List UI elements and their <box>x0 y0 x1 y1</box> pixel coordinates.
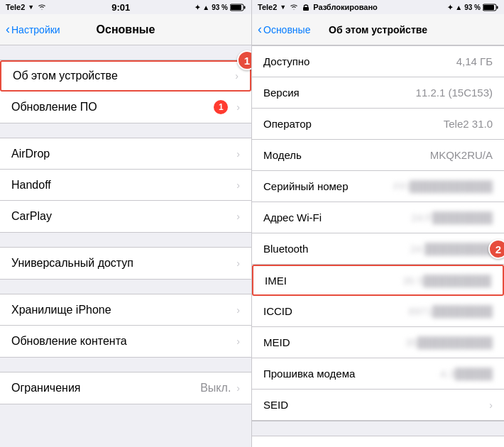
meid-label: MEID <box>263 336 405 348</box>
handoff-label: Handoff <box>11 179 234 192</box>
carrier-label: Оператор <box>263 118 444 130</box>
airdrop-label: AirDrop <box>11 148 234 160</box>
wifi-label: Адрес Wi-Fi <box>263 211 411 224</box>
about-device-chevron: › <box>235 70 239 82</box>
storage-label: Хранилище iPhone <box>11 304 234 316</box>
right-nav-title: Об этом устройстве <box>329 24 427 35</box>
handoff-cell[interactable]: Handoff › <box>0 170 251 201</box>
modem-cell: Прошивка модема 4.3█████ <box>252 358 504 390</box>
available-cell: Доступно 4,14 ГБ <box>252 46 504 77</box>
left-battery-pct: 93 % <box>212 4 228 11</box>
carplay-label: CarPlay <box>11 210 234 223</box>
left-signal: ▼ <box>28 4 34 11</box>
right-back-label: Основные <box>263 24 310 35</box>
right-group-1: Доступно 4,14 ГБ Версия 11.2.1 (15C153) … <box>252 45 504 421</box>
accessibility-cell[interactable]: Универсальный доступ › <box>0 248 251 279</box>
imei-value: 35 5█████████ <box>402 275 491 287</box>
wifi-value: 24:F████████ <box>411 211 493 224</box>
right-back-chevron: ‹ <box>258 22 262 37</box>
carplay-chevron: › <box>236 211 240 222</box>
restrictions-value: Выкл. <box>200 382 231 394</box>
serial-label: Серийный номер <box>263 180 394 192</box>
left-nav-title: Основные <box>97 23 155 36</box>
left-carrier: Tele2 <box>6 3 25 11</box>
legal-cell[interactable]: Правовые документы › <box>252 436 504 447</box>
version-label: Версия <box>263 87 416 99</box>
meid-cell: MEID 35██████████ <box>252 327 504 358</box>
left-status-carrier-signal: Tele2 ▼ <box>6 3 47 11</box>
right-status-carrier-signal: Tele2 ▼ Разблокировано <box>258 3 378 11</box>
right-table: Доступно 4,14 ГБ Версия 11.2.1 (15C153) … <box>252 45 504 447</box>
right-status-bar: Tele2 ▼ Разблокировано ✦ ▲ 93 % <box>252 0 504 14</box>
right-bluetooth: ✦ <box>447 4 453 11</box>
left-time: 9:01 <box>111 2 130 13</box>
right-battery-icon <box>483 4 498 11</box>
model-label: Модель <box>263 149 430 161</box>
svg-rect-1 <box>244 6 246 9</box>
left-status-icons: ✦ ▲ 93 % <box>195 4 246 11</box>
restrictions-label: Ограничения <box>11 382 200 394</box>
software-update-chevron: › <box>236 101 240 113</box>
left-back-button[interactable]: ‹ Настройки <box>6 23 60 37</box>
left-panel: ‹ Настройки Основные Об этом устройстве … <box>0 14 252 447</box>
right-group-2: Правовые документы › <box>252 436 504 447</box>
available-value: 4,14 ГБ <box>456 55 493 67</box>
bluetooth-label: Bluetooth <box>263 243 410 255</box>
left-back-chevron: ‹ <box>6 22 10 37</box>
left-wifi-icon <box>37 4 47 11</box>
about-device-cell[interactable]: Об этом устройстве › <box>0 60 251 92</box>
left-battery-icon <box>230 4 246 11</box>
right-wifi-icon <box>289 4 299 11</box>
right-lock-icon <box>302 4 310 11</box>
about-device-wrapper: Об этом устройстве › 1 <box>0 60 251 92</box>
right-panel: ‹ Основные Об этом устройстве Доступно 4… <box>252 14 504 447</box>
left-table: Об этом устройстве › 1 Обновление ПО 1 ›… <box>0 45 251 447</box>
left-group-1: Об этом устройстве › 1 Обновление ПО 1 › <box>0 60 251 123</box>
model-cell: Модель MKQK2RU/A <box>252 140 504 171</box>
iccid-label: ICCID <box>263 305 409 317</box>
model-value: MKQK2RU/A <box>430 149 493 161</box>
left-location: ▲ <box>202 4 209 11</box>
bluetooth-value: 24:█████████ <box>410 243 493 255</box>
carplay-cell[interactable]: CarPlay › <box>0 201 251 232</box>
seid-cell[interactable]: SEID › <box>252 390 504 421</box>
right-status-icons: ✦ ▲ 93 % <box>447 4 498 11</box>
storage-cell[interactable]: Хранилище iPhone › <box>0 294 251 326</box>
left-status-bar: Tele2 ▼ 9:01 ✦ ▲ 93 % <box>0 0 252 14</box>
left-back-label: Настройки <box>11 24 60 35</box>
right-back-button[interactable]: ‹ Основные <box>258 23 310 37</box>
right-nav-bar: ‹ Основные Об этом устройстве <box>252 14 504 45</box>
content-update-label: Обновление контента <box>11 335 234 348</box>
version-cell: Версия 11.2.1 (15C153) <box>252 77 504 109</box>
accessibility-chevron: › <box>236 258 240 269</box>
left-bluetooth: ✦ <box>195 4 200 11</box>
airdrop-chevron: › <box>236 148 240 160</box>
svg-rect-5 <box>497 6 498 9</box>
right-location: ▲ <box>455 4 462 11</box>
wifi-cell: Адрес Wi-Fi 24:F████████ <box>252 202 504 233</box>
right-carrier: Tele2 <box>258 3 277 11</box>
modem-value: 4.3█████ <box>440 368 493 380</box>
airdrop-cell[interactable]: AirDrop › <box>0 138 251 170</box>
seid-chevron: › <box>489 399 493 411</box>
bluetooth-cell: Bluetooth 24:█████████ <box>252 233 504 265</box>
right-signal-arrow: ▼ <box>280 4 286 11</box>
software-update-cell[interactable]: Обновление ПО 1 › <box>0 92 251 123</box>
accessibility-label: Универсальный доступ <box>11 257 234 270</box>
carrier-value: Tele2 31.0 <box>444 118 493 130</box>
serial-value: FFI███████████ <box>394 180 493 192</box>
content-update-cell[interactable]: Обновление контента › <box>0 326 251 357</box>
software-update-label: Обновление ПО <box>11 101 214 114</box>
imei-label: IMEI <box>265 275 402 287</box>
bluetooth-wrapper: Bluetooth 24:█████████ 2 <box>252 233 504 265</box>
annotation-1: 1 <box>237 50 251 70</box>
serial-cell: Серийный номер FFI███████████ <box>252 171 504 202</box>
left-group-5: Ограничения Выкл. › <box>0 372 251 404</box>
annotation-2: 2 <box>488 239 504 259</box>
iccid-cell: ICCID 8971████████ <box>252 296 504 327</box>
left-group-3: Универсальный доступ › <box>0 247 251 280</box>
restrictions-cell[interactable]: Ограничения Выкл. › <box>0 372 251 404</box>
svg-rect-3 <box>303 7 309 11</box>
about-device-label: Об этом устройстве <box>13 70 232 82</box>
iccid-value: 8971████████ <box>409 305 493 317</box>
